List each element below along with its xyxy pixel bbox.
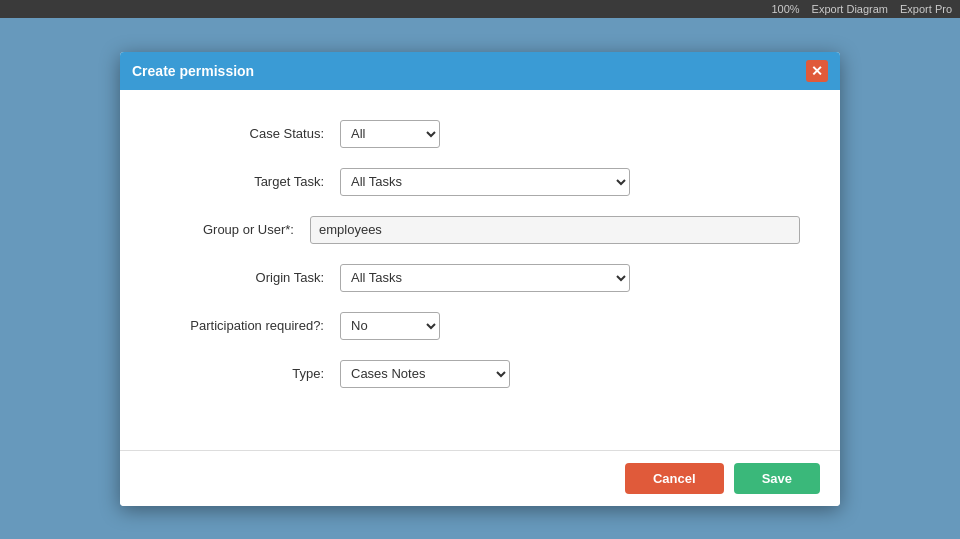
dialog-header: Create permission ✕ <box>120 52 840 90</box>
type-label: Type: <box>160 366 340 381</box>
target-task-label: Target Task: <box>160 174 340 189</box>
dialog-footer: Cancel Save <box>120 450 840 506</box>
dialog-title: Create permission <box>132 63 254 79</box>
target-task-control: All Tasks Task 1 Task 2 <box>340 168 800 196</box>
type-control: Cases Notes Cases Notes <box>340 360 800 388</box>
export-pro-btn[interactable]: Export Pro <box>900 3 952 15</box>
dialog-close-button[interactable]: ✕ <box>806 60 828 82</box>
origin-task-row: Origin Task: All Tasks Task 1 Task 2 <box>160 264 800 292</box>
zoom-level: 100% <box>771 3 799 15</box>
dialog-overlay: Create permission ✕ Case Status: All Ope… <box>0 18 960 539</box>
case-status-select[interactable]: All Open Closed Pending <box>340 120 440 148</box>
target-task-select[interactable]: All Tasks Task 1 Task 2 <box>340 168 630 196</box>
cancel-button[interactable]: Cancel <box>625 463 724 494</box>
export-diagram-btn[interactable]: Export Diagram <box>812 3 888 15</box>
type-select[interactable]: Cases Notes Cases Notes <box>340 360 510 388</box>
participation-required-select[interactable]: No Yes <box>340 312 440 340</box>
top-bar: 100% Export Diagram Export Pro <box>0 0 960 18</box>
case-status-row: Case Status: All Open Closed Pending <box>160 120 800 148</box>
case-status-label: Case Status: <box>160 126 340 141</box>
dialog-body: Case Status: All Open Closed Pending Tar… <box>120 90 840 450</box>
origin-task-select[interactable]: All Tasks Task 1 Task 2 <box>340 264 630 292</box>
create-permission-dialog: Create permission ✕ Case Status: All Ope… <box>120 52 840 506</box>
type-row: Type: Cases Notes Cases Notes <box>160 360 800 388</box>
target-task-row: Target Task: All Tasks Task 1 Task 2 <box>160 168 800 196</box>
origin-task-control: All Tasks Task 1 Task 2 <box>340 264 800 292</box>
group-or-user-label: Group or User*: <box>160 222 310 237</box>
participation-required-row: Participation required?: No Yes <box>160 312 800 340</box>
participation-required-control: No Yes <box>340 312 800 340</box>
origin-task-label: Origin Task: <box>160 270 340 285</box>
group-or-user-input[interactable] <box>310 216 800 244</box>
case-status-control: All Open Closed Pending <box>340 120 800 148</box>
save-button[interactable]: Save <box>734 463 820 494</box>
group-or-user-control <box>310 216 800 244</box>
participation-required-label: Participation required?: <box>160 318 340 333</box>
group-or-user-row: Group or User*: <box>160 216 800 244</box>
